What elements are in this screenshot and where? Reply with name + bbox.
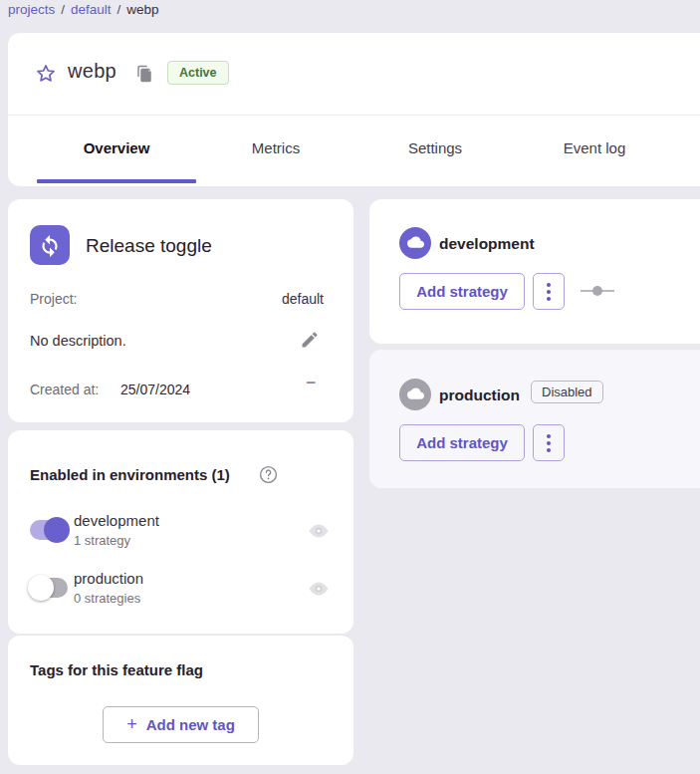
release-toggle-sync-icon [30, 225, 70, 265]
flag-title-row: webp Active [8, 33, 700, 115]
created-at-value: 25/07/2024 [120, 382, 190, 397]
plus-icon: + [126, 714, 137, 735]
flag-type-label: Release toggle [86, 235, 212, 257]
environment-row-name: development [74, 512, 159, 529]
flag-details-card: Release toggle Project: default No descr… [8, 199, 353, 422]
cloud-icon [399, 227, 431, 259]
environment-menu-kebab-icon[interactable] [533, 424, 565, 461]
breadcrumb: projects/default/webp [8, 2, 159, 17]
environment-row-strategies: 0 strategies [74, 591, 140, 606]
environment-toggle-development[interactable] [30, 520, 68, 540]
tags-title: Tags for this feature flag [30, 661, 203, 678]
environment-row-name: production [74, 570, 143, 587]
active-tab-indicator [37, 179, 196, 183]
project-label: Project: [30, 291, 77, 307]
copy-icon[interactable] [135, 65, 153, 83]
tab-overview[interactable]: Overview [37, 116, 196, 179]
environment-menu-kebab-icon[interactable] [533, 273, 565, 310]
breadcrumb-separator: / [117, 2, 121, 17]
eye-icon[interactable] [308, 578, 330, 600]
project-value: default [282, 291, 324, 307]
environment-toggle-production[interactable] [30, 578, 68, 598]
favorite-star-icon[interactable] [35, 63, 57, 85]
cloud-icon [399, 379, 431, 410]
breadcrumb-current: webp [126, 2, 158, 17]
add-strategy-button[interactable]: Add strategy [399, 424, 525, 461]
environment-row-strategies: 1 strategy [74, 533, 130, 548]
breadcrumb-default-link[interactable]: default [71, 2, 112, 17]
collapse-minus-icon[interactable]: – [307, 373, 316, 392]
created-at-label: Created at: [30, 382, 99, 397]
flag-header-card: webp Active Overview Metrics Settings Ev… [8, 33, 700, 186]
environment-card-development: development Add strategy [369, 199, 700, 344]
environment-card-production: production Disabled Add strategy [369, 350, 700, 488]
breadcrumb-projects-link[interactable]: projects [8, 2, 55, 17]
tab-event-log[interactable]: Event log [515, 116, 674, 179]
feature-flag-page: projects/default/webp webp Active Overvi… [0, 0, 700, 774]
description-text: No description. [30, 333, 126, 349]
add-new-tag-button[interactable]: + Add new tag [103, 706, 259, 743]
help-icon[interactable] [259, 465, 278, 484]
add-strategy-button[interactable]: Add strategy [399, 273, 525, 310]
edit-description-pencil-icon[interactable] [300, 330, 320, 350]
page-title: webp [68, 60, 117, 83]
status-badge: Active [167, 61, 229, 85]
environment-name: production [439, 387, 520, 404]
enabled-environments-card: Enabled in environments (1) development … [8, 430, 353, 634]
tab-bar: Overview Metrics Settings Event log [37, 116, 674, 183]
strategy-node-icon [581, 285, 614, 297]
environment-name: development [439, 235, 535, 253]
eye-icon[interactable] [308, 520, 330, 542]
enabled-environments-title: Enabled in environments (1) [30, 466, 230, 483]
breadcrumb-separator: / [61, 2, 65, 17]
tab-metrics[interactable]: Metrics [196, 116, 355, 179]
add-new-tag-label: Add new tag [146, 716, 235, 733]
disabled-badge: Disabled [531, 381, 603, 403]
tags-card: Tags for this feature flag + Add new tag [8, 636, 353, 765]
tab-settings[interactable]: Settings [355, 116, 515, 179]
